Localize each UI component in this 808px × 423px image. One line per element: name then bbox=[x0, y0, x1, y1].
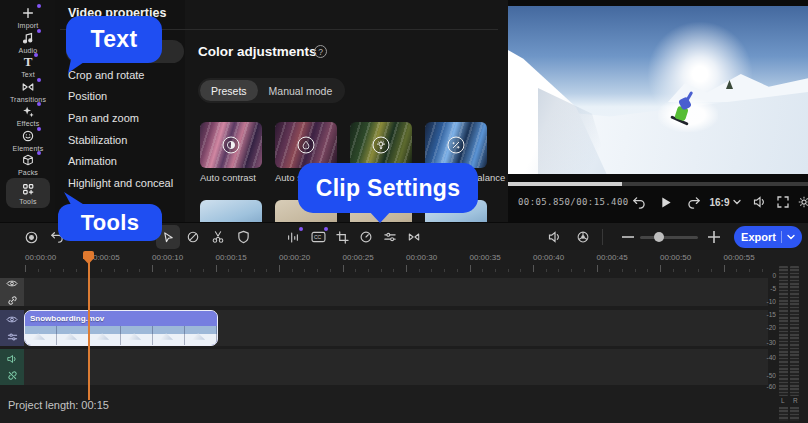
callout-clip-settings: Clip Settings bbox=[298, 163, 478, 213]
player-settings-gear-icon[interactable] bbox=[792, 190, 808, 214]
ruler-minor-tick bbox=[546, 269, 547, 272]
volume-icon[interactable] bbox=[748, 190, 772, 214]
mode-segmented-control: Presets Manual mode bbox=[198, 78, 345, 103]
preset-tile-auto-saturate[interactable] bbox=[275, 122, 337, 168]
crop-icon[interactable] bbox=[330, 225, 354, 249]
menu-item-pan-and-zoom[interactable]: Pan and zoom bbox=[68, 108, 183, 129]
track-row-1[interactable] bbox=[0, 278, 768, 306]
ruler-time-label: 00:00:50 bbox=[660, 253, 691, 262]
project-length-label: Project length: 00:15 bbox=[8, 399, 109, 411]
track-visibility-eye-icon[interactable] bbox=[5, 278, 19, 290]
audio-speaker-icon[interactable] bbox=[543, 225, 567, 249]
video-frame[interactable] bbox=[508, 6, 808, 174]
notification-dot bbox=[37, 127, 41, 131]
timeline-zoom-slider[interactable] bbox=[640, 236, 698, 239]
ruler-minor-tick bbox=[355, 269, 356, 272]
callout-tools-label: Tools bbox=[81, 210, 140, 236]
track-unlink-icon[interactable] bbox=[5, 370, 19, 382]
export-divider bbox=[781, 231, 782, 243]
meter-scale-label: 0 bbox=[754, 272, 776, 279]
record-icon[interactable] bbox=[19, 225, 43, 249]
clip-settings-sliders-icon[interactable] bbox=[378, 225, 402, 249]
audio-track-header bbox=[0, 349, 24, 385]
tab-presets[interactable]: Presets bbox=[200, 80, 258, 101]
track-visibility-eye-icon[interactable] bbox=[5, 314, 19, 326]
aspect-ratio-selector[interactable]: 16:9 bbox=[706, 190, 744, 214]
zoom-slider-knob[interactable] bbox=[654, 232, 664, 242]
seek-bar[interactable] bbox=[508, 182, 808, 186]
ruler-minor-tick bbox=[508, 269, 509, 272]
packs-box-icon bbox=[21, 153, 35, 167]
sidebar-item-packs[interactable]: Packs bbox=[6, 152, 50, 176]
playhead-handle[interactable] bbox=[83, 251, 94, 264]
ruler-minor-tick bbox=[736, 269, 737, 272]
zoom-in-icon[interactable] bbox=[702, 225, 726, 249]
play-button[interactable] bbox=[654, 190, 678, 214]
callout-clip-settings-label: Clip Settings bbox=[316, 175, 460, 202]
filter-tile-1[interactable] bbox=[200, 200, 262, 222]
ruler-minor-tick bbox=[241, 269, 242, 272]
ruler-minor-tick bbox=[190, 269, 191, 272]
track-row-audio[interactable] bbox=[0, 349, 768, 385]
notification-dot bbox=[34, 53, 38, 57]
ruler-minor-tick bbox=[711, 269, 712, 272]
skip-forward-icon[interactable] bbox=[682, 190, 706, 214]
sidebar-item-text[interactable]: T Text bbox=[6, 54, 50, 78]
preset-tile-auto-contrast[interactable] bbox=[200, 122, 262, 168]
audio-levels-icon[interactable] bbox=[281, 225, 305, 249]
text-icon: T bbox=[24, 55, 33, 69]
sidebar-item-transitions[interactable]: Transitions bbox=[6, 79, 50, 103]
sidebar-item-effects[interactable]: Effects bbox=[6, 103, 50, 127]
track-adjustments-icon[interactable] bbox=[5, 331, 19, 343]
ruler-minor-tick bbox=[165, 269, 166, 272]
sidebar-item-elements[interactable]: Elements bbox=[6, 128, 50, 152]
elements-smiley-icon bbox=[21, 129, 35, 143]
transitions-bowtie-icon[interactable] bbox=[402, 225, 426, 249]
speed-icon[interactable] bbox=[354, 225, 378, 249]
shield-icon[interactable] bbox=[231, 225, 255, 249]
color-wheel-icon[interactable] bbox=[571, 225, 595, 249]
clip-filmstrip bbox=[25, 326, 217, 345]
meter-scale-label: -60 bbox=[754, 383, 776, 390]
meter-scale-label: -30 bbox=[754, 339, 776, 346]
chevron-down-icon bbox=[733, 199, 741, 205]
captions-icon[interactable]: CC bbox=[306, 225, 330, 249]
track-link-icon[interactable] bbox=[5, 295, 19, 307]
attach-icon[interactable] bbox=[181, 225, 205, 249]
ruler-time-label: 00:00:15 bbox=[216, 253, 247, 262]
help-icon[interactable]: ? bbox=[314, 45, 327, 58]
menu-item-stabilization[interactable]: Stabilization bbox=[68, 130, 183, 151]
split-scissors-icon[interactable] bbox=[206, 225, 230, 249]
ruler-time-label: 00:00:25 bbox=[343, 253, 374, 262]
sidebar-item-import[interactable]: Import bbox=[6, 5, 50, 29]
sidebar-item-tools[interactable]: Tools bbox=[6, 178, 50, 208]
export-button[interactable]: Export bbox=[734, 226, 802, 248]
zoom-out-icon[interactable] bbox=[616, 225, 640, 249]
sidebar-item-label: Effects bbox=[17, 120, 40, 127]
menu-item-animation[interactable]: Animation bbox=[68, 151, 183, 172]
timeline-clip-snowboarding[interactable]: Snowboarding.mov bbox=[24, 310, 218, 346]
menu-item-crop-and-rotate[interactable]: Crop and rotate bbox=[68, 65, 183, 86]
export-chevron-icon[interactable] bbox=[787, 234, 795, 240]
skip-back-icon[interactable] bbox=[626, 190, 650, 214]
track-row-video[interactable]: Snowboarding.mov bbox=[0, 310, 768, 346]
meter-scale-label: -10 bbox=[754, 298, 776, 305]
menu-item-highlight-and-conceal[interactable]: Highlight and conceal bbox=[68, 173, 183, 194]
menu-item-position[interactable]: Position bbox=[68, 86, 183, 107]
export-label: Export bbox=[741, 231, 776, 243]
meter-bar-right bbox=[790, 266, 799, 396]
playhead-line[interactable] bbox=[88, 252, 90, 400]
preset-tile-auto-white-balance[interactable] bbox=[425, 122, 487, 168]
notification-dot bbox=[299, 227, 303, 231]
saturation-droplet-icon bbox=[298, 137, 315, 154]
preset-tile-auto-brightness[interactable] bbox=[350, 122, 412, 168]
ruler-minor-tick bbox=[203, 269, 204, 272]
ruler-minor-tick bbox=[228, 269, 229, 272]
tab-manual-mode[interactable]: Manual mode bbox=[258, 80, 344, 101]
track-speaker-icon[interactable] bbox=[5, 353, 19, 365]
ruler-minor-tick bbox=[38, 269, 39, 272]
sidebar-item-audio[interactable]: Audio bbox=[6, 30, 50, 54]
ruler-minor-tick bbox=[571, 269, 572, 272]
music-note-icon bbox=[21, 31, 35, 45]
ruler-minor-tick bbox=[622, 269, 623, 272]
